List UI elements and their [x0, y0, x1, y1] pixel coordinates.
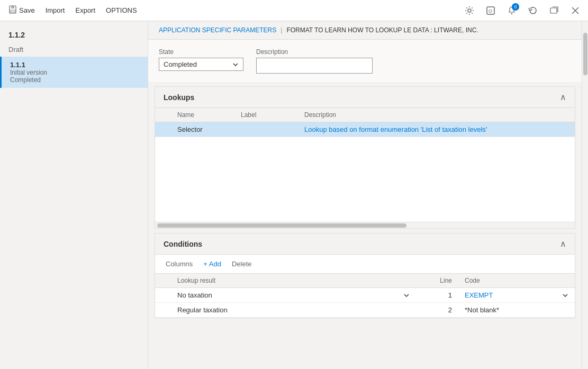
breadcrumb-current: FORMAT TO LEARN HOW TO LOOKUP LE DATA : …	[286, 26, 478, 34]
newwindow-button[interactable]	[546, 2, 563, 19]
table-spacer	[155, 137, 575, 222]
sidebar-version: 1.1.2	[0, 28, 148, 42]
svg-rect-2	[10, 10, 15, 13]
sidebar-item-active[interactable]: 1.1.1 Initial version Completed	[0, 57, 148, 88]
save-icon	[8, 5, 17, 15]
close-button[interactable]	[567, 2, 584, 19]
cond-row2-code: *Not blank*	[458, 303, 575, 318]
breadcrumb-link[interactable]: APPLICATION SPECIFIC PARAMETERS	[159, 26, 276, 34]
v-scrollbar-thumb	[583, 33, 587, 75]
description-group: Description	[256, 48, 373, 74]
close-icon	[571, 6, 580, 15]
office-icon: O	[486, 6, 495, 15]
cond-row1-code-value: EXEMPT	[465, 291, 493, 299]
table-row[interactable]: Selector Lookup based on format enumerat…	[155, 122, 575, 137]
main-toolbar: Save Import Export OPTIONS O 0	[0, 0, 588, 21]
toolbar-right: O 0	[461, 2, 584, 19]
lookup-row-name: Selector	[171, 122, 234, 137]
conditions-title: Conditions	[164, 240, 202, 248]
conditions-toolbar: Columns + Add Delete	[155, 255, 575, 274]
right-scrollbar[interactable]	[582, 21, 588, 369]
cond-row1-line: 1	[416, 288, 458, 303]
scrollbar-thumb	[157, 223, 406, 228]
conditions-table: Lookup result Line Code No taxation	[155, 274, 575, 318]
sidebar-item-subtitle1: Initial version	[10, 69, 139, 76]
horizontal-scrollbar[interactable]	[155, 222, 575, 228]
lookup-col-description: Description	[298, 108, 575, 122]
conditions-header-row: Lookup result Line Code	[155, 274, 575, 288]
sidebar-draft: Draft	[0, 42, 148, 57]
svg-point-3	[468, 9, 471, 12]
lookup-col-check	[155, 108, 171, 122]
options-button[interactable]: OPTIONS	[102, 4, 141, 16]
export-label: Export	[75, 6, 95, 14]
description-input[interactable]	[256, 58, 373, 74]
newwindow-icon	[549, 6, 559, 15]
content-area: APPLICATION SPECIFIC PARAMETERS | FORMAT…	[148, 21, 588, 369]
settings-button[interactable]	[461, 2, 478, 19]
breadcrumb: APPLICATION SPECIFIC PARAMETERS | FORMAT…	[148, 21, 582, 40]
chevron-down-icon	[403, 292, 410, 299]
table-row[interactable]: No taxation 1 EXEMPT	[155, 288, 575, 303]
lookup-row-description: Lookup based on format enumeration 'List…	[298, 122, 575, 137]
svg-rect-1	[11, 6, 14, 8]
save-button[interactable]: Save	[4, 3, 39, 17]
cond-col-line: Line	[416, 274, 458, 288]
cond-row2-lookup: Regular taxation	[171, 303, 416, 318]
cond-row2-line: 2	[416, 303, 458, 318]
breadcrumb-separator: |	[281, 26, 282, 34]
columns-label: Columns	[166, 260, 193, 268]
form-area: State Completed Description	[148, 40, 582, 82]
refresh-button[interactable]	[524, 2, 541, 19]
cond-row1-lookup: No taxation	[171, 288, 416, 303]
notification-count: 0	[512, 3, 519, 11]
delete-button[interactable]: Delete	[230, 259, 254, 269]
state-label: State	[159, 48, 243, 56]
lookups-title: Lookups	[164, 93, 194, 102]
lookups-section: Lookups ∧ Name Label Description	[155, 86, 575, 229]
add-button[interactable]: + Add	[201, 259, 223, 269]
sidebar: 1.1.2 Draft 1.1.1 Initial version Comple…	[0, 21, 148, 369]
svg-text:O: O	[489, 8, 492, 14]
cond-row2-check	[155, 303, 171, 318]
export-button[interactable]: Export	[71, 4, 99, 16]
chevron-down-icon	[232, 61, 239, 68]
lookups-table-container: Name Label Description Selector Lookup b…	[155, 108, 575, 222]
state-value: Completed	[164, 60, 197, 68]
options-label: OPTIONS	[106, 6, 137, 14]
save-label: Save	[19, 6, 35, 14]
lookup-row-check	[155, 122, 171, 137]
cond-row1-check	[155, 288, 171, 303]
content-scroll: APPLICATION SPECIFIC PARAMETERS | FORMAT…	[148, 21, 582, 369]
office-button[interactable]: O	[482, 2, 499, 19]
chevron-down-icon	[562, 292, 568, 299]
lookups-header-row: Name Label Description	[155, 108, 575, 122]
table-row[interactable]: Regular taxation 2 *Not blank*	[155, 303, 575, 318]
delete-label: Delete	[232, 260, 252, 268]
cond-col-check	[155, 274, 171, 288]
notification-button[interactable]: 0	[503, 2, 520, 19]
columns-button[interactable]: Columns	[164, 259, 195, 269]
add-label: + Add	[203, 260, 221, 268]
svg-rect-7	[550, 8, 557, 13]
lookup-row-label	[234, 122, 298, 137]
state-select[interactable]: Completed	[159, 58, 243, 71]
state-group: State Completed	[159, 48, 243, 71]
conditions-section-header[interactable]: Conditions ∧	[155, 233, 575, 255]
svg-point-6	[511, 13, 512, 14]
conditions-toggle-icon: ∧	[560, 239, 566, 249]
lookups-toggle-icon: ∧	[560, 92, 566, 102]
lookup-col-label: Label	[234, 108, 298, 122]
import-label: Import	[46, 6, 65, 14]
main-layout: 1.1.2 Draft 1.1.1 Initial version Comple…	[0, 21, 588, 369]
conditions-section: Conditions ∧ Columns + Add Delete	[155, 233, 575, 318]
cond-row1-lookup-value: No taxation	[177, 291, 212, 299]
sidebar-item-subtitle2: Completed	[10, 76, 139, 84]
description-label: Description	[256, 48, 373, 56]
lookups-table: Name Label Description Selector Lookup b…	[155, 108, 575, 137]
import-button[interactable]: Import	[41, 4, 69, 16]
cond-code-select[interactable]: EXEMPT	[465, 291, 568, 299]
lookups-section-header[interactable]: Lookups ∧	[155, 87, 575, 108]
cond-lookup-select[interactable]: No taxation	[177, 291, 410, 299]
cond-col-code: Code	[458, 274, 575, 288]
